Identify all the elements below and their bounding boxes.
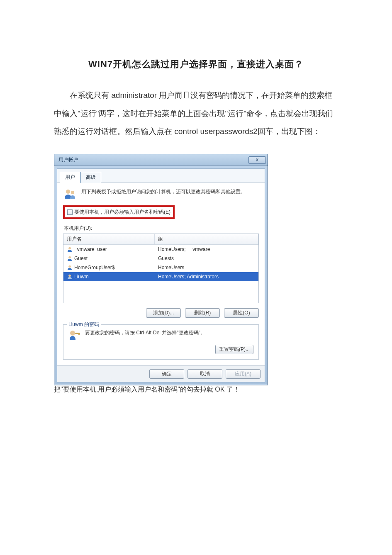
- ok-button[interactable]: 确定: [149, 369, 184, 379]
- require-password-label: 要使用本机，用户必须输入用户名和密码(E): [74, 209, 170, 216]
- cancel-button[interactable]: 取消: [187, 369, 222, 379]
- cell-group: HomeUsers; Administrators: [155, 273, 258, 280]
- password-groupbox-title: Liuwm 的密码: [67, 321, 101, 328]
- user-table-header: 用户名 组: [63, 234, 258, 245]
- cell-username: _vmware_user_: [63, 246, 155, 253]
- user-table-spacer: [63, 281, 258, 303]
- username-text: Guest: [74, 256, 88, 261]
- svg-point-2: [68, 247, 71, 250]
- cell-group: HomeUsers: [155, 264, 258, 271]
- intro-text: 用下列表授予或拒绝用户访问您的计算机，还可以更改其密码和其他设置。: [81, 188, 246, 195]
- user-icon: [67, 265, 73, 270]
- dialog-titlebar: 用户帐户 x: [54, 154, 268, 166]
- table-row[interactable]: GuestGuests: [63, 254, 258, 263]
- password-row: 要更改您的密码，请按 Ctrl-Alt-Del 并选择"更改密码"。: [68, 329, 253, 341]
- svg-point-3: [68, 256, 71, 259]
- screenshot-user-accounts-dialog: 用户帐户 x 用户 高级 用下列表授予或拒绝用户访问您的计算机，还可以更改其密码…: [54, 154, 338, 385]
- username-text: Liuwm: [74, 274, 89, 280]
- password-button-row: 重置密码(P)...: [68, 345, 253, 354]
- article-body: 在系统只有 administrator 用户而且没有密码的情况下，在开始菜单的搜…: [54, 86, 338, 141]
- cell-group: Guests: [155, 255, 258, 262]
- column-group[interactable]: 组: [155, 234, 258, 244]
- svg-point-1: [71, 191, 74, 194]
- add-button[interactable]: 添加(D)...: [146, 308, 181, 318]
- tab-users[interactable]: 用户: [60, 172, 80, 183]
- dialog-body: 用户 高级 用下列表授予或拒绝用户访问您的计算机，还可以更改其密码和其他设置。 …: [57, 168, 265, 382]
- svg-point-4: [68, 265, 71, 268]
- table-row[interactable]: HomeGroupUser$HomeUsers: [63, 263, 258, 272]
- username-text: _vmware_user_: [74, 246, 110, 252]
- dialog-bottom-bar: 确定 取消 应用(A): [57, 365, 265, 382]
- user-button-row: 添加(D)... 删除(R) 属性(O): [63, 308, 259, 318]
- require-password-checkbox[interactable]: [67, 209, 73, 215]
- svg-point-6: [70, 331, 75, 336]
- dialog-title: 用户帐户: [58, 156, 78, 163]
- password-groupbox: Liuwm 的密码 要更改您的密码，请按 Ctrl-Alt-Del 并选择"更改…: [63, 324, 259, 360]
- svg-rect-8: [78, 333, 80, 335]
- user-table-body: _vmware_user_HomeUsers; __vmware__GuestG…: [63, 245, 258, 281]
- key-icon: [68, 329, 81, 341]
- users-icon: [63, 188, 77, 200]
- intro-row: 用下列表授予或拒绝用户访问您的计算机，还可以更改其密码和其他设置。: [63, 188, 259, 200]
- user-table: 用户名 组 _vmware_user_HomeUsers; __vmware__…: [63, 234, 259, 303]
- table-row[interactable]: _vmware_user_HomeUsers; __vmware__: [63, 245, 258, 254]
- cell-username: Liuwm: [63, 273, 155, 280]
- tab-advanced[interactable]: 高级: [80, 172, 101, 183]
- tab-row: 用户 高级: [57, 169, 265, 183]
- username-text: HomeGroupUser$: [74, 265, 114, 270]
- tab-content-users: 用下列表授予或拒绝用户访问您的计算机，还可以更改其密码和其他设置。 要使用本机，…: [57, 183, 265, 365]
- apply-button[interactable]: 应用(A): [226, 369, 261, 379]
- svg-point-0: [66, 190, 70, 194]
- column-username[interactable]: 用户名: [63, 234, 155, 244]
- user-icon: [67, 274, 73, 280]
- paragraph-conclusion: 把"要使用本机,用户必须输入用户名和密码"的勾去掉就 OK 了！: [54, 385, 338, 394]
- cell-username: Guest: [63, 255, 155, 262]
- local-users-label: 本机用户(U):: [64, 225, 259, 232]
- remove-button[interactable]: 删除(R): [185, 308, 220, 318]
- reset-password-button[interactable]: 重置密码(P)...: [215, 345, 253, 354]
- user-icon: [67, 256, 73, 261]
- cell-username: HomeGroupUser$: [63, 264, 155, 271]
- article-title: WIN7开机怎么跳过用户选择界面，直接进入桌面？: [54, 58, 338, 71]
- paragraph-intro: 在系统只有 administrator 用户而且没有密码的情况下，在开始菜单的搜…: [54, 86, 338, 141]
- table-row[interactable]: LiuwmHomeUsers; Administrators: [63, 272, 258, 281]
- close-button[interactable]: x: [248, 156, 266, 164]
- user-accounts-dialog: 用户帐户 x 用户 高级 用下列表授予或拒绝用户访问您的计算机，还可以更改其密码…: [54, 154, 268, 385]
- user-icon: [67, 246, 73, 252]
- svg-point-5: [68, 275, 71, 277]
- properties-button[interactable]: 属性(O): [224, 308, 259, 318]
- password-instruction-text: 要更改您的密码，请按 Ctrl-Alt-Del 并选择"更改密码"。: [85, 329, 205, 336]
- cell-group: HomeUsers; __vmware__: [155, 246, 258, 253]
- require-password-highlight: 要使用本机，用户必须输入用户名和密码(E): [63, 205, 175, 219]
